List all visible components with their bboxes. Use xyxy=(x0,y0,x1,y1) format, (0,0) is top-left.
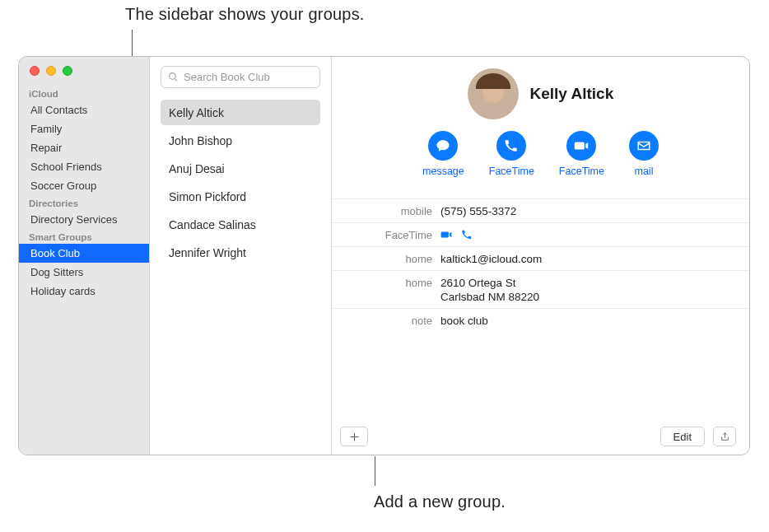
field-mobile: mobile (575) 555-3372 xyxy=(332,199,749,223)
sidebar-item[interactable]: School Friends xyxy=(19,157,149,176)
action-row: messageFaceTimeFaceTimemail xyxy=(332,131,749,177)
contact-detail: Kelly Altick messageFaceTimeFaceTimemail… xyxy=(332,57,749,455)
action-label: FaceTime xyxy=(559,166,604,177)
sidebar-item[interactable]: Dog Sitters xyxy=(19,263,149,282)
video-icon xyxy=(566,131,596,161)
facetime-audio-icon[interactable] xyxy=(461,229,473,241)
address-line: 2610 Ortega St xyxy=(440,277,734,289)
callout-add-group: Add a new group. xyxy=(374,492,506,511)
action-facetime-audio[interactable]: FaceTime xyxy=(489,131,534,177)
avatar xyxy=(468,68,519,119)
sidebar-item[interactable]: Book Club xyxy=(19,244,149,263)
field-value[interactable]: 2610 Ortega St Carlsbad NM 88220 xyxy=(440,277,749,303)
sidebar-item[interactable]: Holiday cards xyxy=(19,282,149,301)
edit-button[interactable]: Edit xyxy=(660,427,705,446)
field-address: home 2610 Ortega St Carlsbad NM 88220 xyxy=(332,271,749,309)
search-icon xyxy=(168,72,179,82)
field-value[interactable]: book club xyxy=(440,315,749,327)
list-item[interactable]: Kelly Altick xyxy=(161,100,320,125)
list-item[interactable]: Candace Salinas xyxy=(161,212,320,237)
plus-icon xyxy=(349,432,360,442)
action-message[interactable]: message xyxy=(422,131,464,177)
sidebar-item[interactable]: Directory Services xyxy=(19,210,149,229)
mail-icon xyxy=(629,131,659,161)
contacts-window: iCloudAll ContactsFamilyRepairSchool Fri… xyxy=(18,56,750,455)
field-value[interactable]: (575) 555-3372 xyxy=(440,205,749,217)
action-label: mail xyxy=(635,166,654,177)
callout-line-bottom xyxy=(375,456,375,486)
field-facetime: FaceTime xyxy=(332,223,749,247)
callout-line-top xyxy=(132,30,133,56)
field-label: FaceTime xyxy=(332,229,440,241)
action-label: FaceTime xyxy=(489,166,534,177)
action-mail[interactable]: mail xyxy=(629,131,659,177)
action-facetime-video[interactable]: FaceTime xyxy=(559,131,604,177)
field-label: mobile xyxy=(332,205,440,217)
contacts-list: Kelly AltickJohn BishopAnuj DesaiSimon P… xyxy=(161,100,320,265)
zoom-window-button[interactable] xyxy=(63,66,72,76)
sidebar-section-header: Smart Groups xyxy=(19,229,149,244)
add-button[interactable] xyxy=(340,427,368,446)
list-item[interactable]: Jennifer Wright xyxy=(161,240,320,265)
list-item[interactable]: Simon Pickford xyxy=(161,184,320,209)
share-button[interactable] xyxy=(713,427,736,446)
sidebar-item[interactable]: Family xyxy=(19,119,149,138)
contacts-list-column: Search Book Club Kelly AltickJohn Bishop… xyxy=(150,57,332,455)
sidebar-item[interactable]: Soccer Group xyxy=(19,176,149,195)
sidebar-item[interactable]: All Contacts xyxy=(19,100,149,119)
detail-toolbar: Edit xyxy=(332,418,749,455)
field-email: home kaltick1@icloud.com xyxy=(332,247,749,271)
minimize-window-button[interactable] xyxy=(46,66,56,76)
sidebar-section-header: Directories xyxy=(19,195,149,210)
field-label: home xyxy=(332,277,440,303)
share-icon xyxy=(720,432,730,442)
detail-header: Kelly Altick messageFaceTimeFaceTimemail xyxy=(332,57,749,177)
sidebar-section-header: iCloud xyxy=(19,86,149,100)
address-line: Carlsbad NM 88220 xyxy=(440,291,734,303)
field-note: note book club xyxy=(332,309,749,332)
contact-name: Kelly Altick xyxy=(530,85,614,103)
field-value xyxy=(440,229,749,241)
field-value[interactable]: kaltick1@icloud.com xyxy=(440,253,749,265)
groups-sidebar: iCloudAll ContactsFamilyRepairSchool Fri… xyxy=(19,57,150,455)
contact-fields: mobile (575) 555-3372 FaceTime home kalt… xyxy=(332,198,749,332)
action-label: message xyxy=(422,166,464,177)
field-label: note xyxy=(332,315,440,327)
search-placeholder: Search Book Club xyxy=(184,71,270,83)
facetime-video-icon[interactable] xyxy=(440,229,452,241)
sidebar-item[interactable]: Repair xyxy=(19,138,149,157)
search-input[interactable]: Search Book Club xyxy=(161,66,320,88)
message-icon xyxy=(428,131,458,161)
close-window-button[interactable] xyxy=(30,66,40,76)
phone-icon xyxy=(496,131,526,161)
window-controls xyxy=(30,66,72,76)
list-item[interactable]: John Bishop xyxy=(161,128,320,153)
list-item[interactable]: Anuj Desai xyxy=(161,156,320,181)
callout-sidebar: The sidebar shows your groups. xyxy=(125,5,365,24)
field-label: home xyxy=(332,253,440,265)
